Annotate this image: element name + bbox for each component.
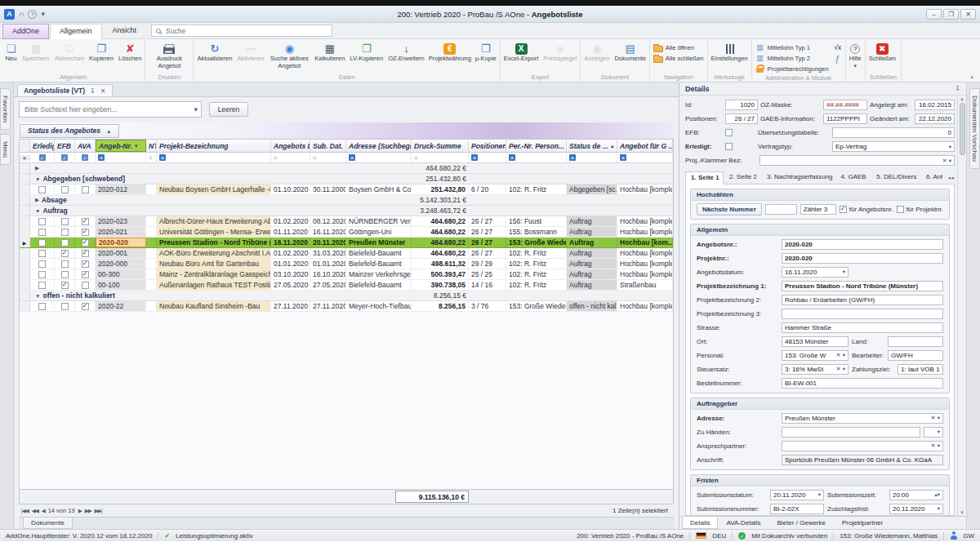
pager-first-icon[interactable]: |◀◀ bbox=[21, 508, 29, 514]
angebotsnr-field[interactable]: 2020-020 bbox=[782, 239, 943, 250]
ribbon-button-kopie[interactable]: ❐µ-Kopie bbox=[473, 40, 499, 73]
minimize-button[interactable]: – bbox=[926, 9, 942, 20]
ribbon-button-suche-aktives-angebot[interactable]: ◉Suche aktives Angebot bbox=[266, 40, 312, 73]
sidebar-tab-dokumenten-vorschau[interactable]: Dokumenten Vorschau bbox=[969, 88, 980, 169]
column-header-adresse[interactable]: Adresse (Suchbegriff) bbox=[346, 140, 412, 152]
checkbox-unchecked[interactable] bbox=[38, 229, 46, 236]
checkbox-unchecked[interactable] bbox=[38, 282, 46, 289]
ribbon-button-alle-öffnen[interactable]: Alle öffnen bbox=[651, 42, 706, 52]
column-header-ava[interactable]: AVA bbox=[75, 140, 96, 152]
zuschlagsfrist-field[interactable]: 20.11.2020▾ bbox=[889, 504, 943, 514]
pager-last-icon[interactable]: ▶▶| bbox=[95, 508, 102, 514]
column-header-person[interactable]: Per.-Nr. Person... bbox=[506, 140, 567, 152]
column-header-gewerk[interactable]: Angebot für G ... bbox=[617, 140, 673, 152]
clear-x-icon[interactable]: ✕ bbox=[931, 415, 936, 421]
spinner-icon[interactable]: ▴▾ bbox=[934, 491, 940, 498]
ort-field[interactable]: 48153 Münster bbox=[782, 336, 849, 347]
ribbon-button-sqrt-icon[interactable]: √x bbox=[833, 43, 843, 52]
tab-dokumente[interactable]: Dokumente bbox=[23, 518, 73, 529]
tab-ansicht[interactable]: Ansicht bbox=[103, 23, 147, 38]
checkbox-checked[interactable]: ✓ bbox=[82, 218, 89, 225]
search-dropdown-icon[interactable]: ▾ bbox=[194, 106, 198, 113]
details-bottom-tab-ava-details[interactable]: AVA-Details bbox=[718, 517, 768, 529]
ribbon-button-löschen[interactable]: ✘Löschen bbox=[116, 40, 144, 73]
column-header-efb[interactable]: EFB bbox=[55, 140, 75, 152]
details-tab-6-anf[interactable]: 6. Anf bbox=[920, 171, 943, 184]
ribbon-button-anzeigen[interactable]: ◉Anzeigen bbox=[581, 40, 612, 73]
ribbon-button-oz-erweitern[interactable]: ↓OZ-Erweitern bbox=[385, 40, 427, 73]
angelegt-field[interactable]: 16.02.2015 bbox=[915, 100, 955, 110]
collapse-ribbon-icon[interactable]: ▴ bbox=[965, 73, 978, 82]
filter-cell-summe[interactable]: = bbox=[412, 153, 469, 162]
pager-next-icon[interactable]: ▶ bbox=[78, 508, 82, 514]
column-header-status[interactable]: Status de ...▲ bbox=[567, 140, 617, 152]
tab-overflow-icons[interactable]: ◂ ▸ bbox=[948, 175, 955, 181]
gaeb-field[interactable]: 1122PPPPI bbox=[823, 113, 867, 124]
geaendert-field[interactable]: 22.12.2020 bbox=[915, 113, 955, 124]
search-input[interactable] bbox=[23, 104, 194, 114]
filter-cell-pos[interactable] bbox=[469, 153, 506, 162]
ribbon-button-formula-icon[interactable]: ƒ bbox=[833, 55, 843, 64]
submissionsnummer-field[interactable]: BI-2-02X bbox=[770, 504, 824, 514]
app-icon[interactable]: A bbox=[4, 9, 15, 20]
group-row-offen-nicht-kalkuliert[interactable]: ▼offen - nicht kalkuliert8.256,15 € bbox=[20, 291, 673, 301]
filter-cell-erledigt[interactable]: ✓ bbox=[30, 153, 55, 162]
tab-allgemein[interactable]: Allgemein bbox=[50, 24, 102, 39]
ribbon-button-kalkulieren[interactable]: ▦Kalkulieren bbox=[312, 40, 347, 73]
ansprechpartner-field[interactable]: ✕▾ bbox=[782, 441, 943, 451]
table-row[interactable]: ✓00-100Außenanlagen Rathaus TEST Positio… bbox=[20, 280, 673, 291]
checkbox-unchecked[interactable] bbox=[61, 239, 69, 247]
table-row[interactable]: ✓2020-021Universität Göttingen - Mensa- … bbox=[20, 227, 673, 238]
sidebar-tab-menue[interactable]: Menü bbox=[0, 134, 11, 165]
adresse-field[interactable]: Preußen Münster✕▾ bbox=[782, 413, 943, 424]
flag-icon[interactable] bbox=[696, 532, 706, 539]
ribbon-button-preisspiegel[interactable]: ◈Preisspiegel bbox=[541, 40, 579, 73]
expand-icon[interactable]: ▶ bbox=[35, 165, 39, 171]
ribbon-button-aktualisieren[interactable]: ↻Aktualisieren bbox=[194, 40, 234, 73]
table-row[interactable]: ✓00-300Mainz - Zentralkläranlage Gasspei… bbox=[20, 269, 673, 280]
checkbox-unchecked[interactable] bbox=[61, 303, 69, 310]
column-header-pos[interactable]: Positionen bbox=[469, 140, 506, 152]
id-field[interactable]: 1020 bbox=[725, 100, 758, 110]
mandant-info[interactable]: 200: Vertrieb 2020 - ProBau /S AOne bbox=[577, 532, 684, 540]
clear-x-icon[interactable]: ✕ bbox=[931, 442, 936, 449]
details-tab-2-seite-2[interactable]: 2. Seite 2 bbox=[724, 171, 761, 184]
column-header-summe[interactable]: Druck-Summe bbox=[412, 140, 469, 152]
uebersetzung-field[interactable]: 0 bbox=[832, 127, 955, 138]
details-tab-3-nachtragserfassung[interactable]: 3. Nachtragserfassung bbox=[761, 171, 835, 184]
collapse-icon[interactable]: ▼ bbox=[35, 208, 40, 214]
erledigt-checkbox[interactable] bbox=[725, 143, 733, 150]
checkbox-unchecked[interactable] bbox=[38, 303, 46, 310]
ribbon-search[interactable] bbox=[151, 24, 332, 37]
current-user[interactable]: 153: Große Wiedemann, Matthias bbox=[840, 532, 938, 540]
qat-dropdown-icon[interactable]: ▾ bbox=[41, 11, 45, 18]
checkbox-unchecked[interactable] bbox=[38, 250, 46, 257]
filter-cell-datum[interactable]: = bbox=[271, 153, 310, 162]
checkbox-unchecked[interactable] bbox=[61, 218, 69, 225]
personal-field[interactable]: 153: Große W✕▾ bbox=[782, 350, 849, 361]
help-circle-icon[interactable]: ? bbox=[28, 10, 37, 19]
group-row-absage[interactable]: ▶Absage5.142.303,21 € bbox=[20, 195, 673, 206]
positionen-field[interactable]: 26 / 27 bbox=[725, 113, 758, 124]
expand-icon[interactable]: ▶ bbox=[35, 197, 39, 203]
scroll-up-icon[interactable]: ▲ bbox=[960, 96, 964, 101]
checkbox-checked[interactable]: ✓ bbox=[82, 229, 89, 236]
checkbox-checked[interactable]: ✓ bbox=[82, 271, 89, 278]
headset-icon[interactable]: ∩ bbox=[19, 11, 24, 18]
filter-cell-adresse[interactable] bbox=[346, 153, 412, 162]
pin-icon[interactable]: ↧ bbox=[955, 85, 960, 92]
zu-haenden-field[interactable] bbox=[782, 427, 920, 438]
filter-cell-status[interactable] bbox=[567, 153, 617, 162]
details-tab-4-gaeb[interactable]: 4. GAEB bbox=[835, 171, 871, 184]
close-tab-icon[interactable]: ✕ bbox=[100, 87, 106, 95]
checkbox-checked[interactable]: ✓ bbox=[61, 250, 69, 257]
clear-x-icon[interactable]: ✕ bbox=[942, 366, 943, 372]
column-header-sub[interactable]: Sub. Dat. bbox=[310, 140, 346, 152]
sidebar-tab-favoriten[interactable]: Favoriten bbox=[0, 88, 11, 130]
checkbox-checked[interactable]: ✓ bbox=[82, 260, 89, 268]
scroll-down-icon[interactable]: ▼ bbox=[960, 510, 964, 515]
checkbox-unchecked[interactable] bbox=[38, 239, 46, 247]
ribbon-button-einstellungen[interactable]: Einstellungen bbox=[709, 40, 751, 73]
filter-cell-gewerk[interactable] bbox=[617, 153, 673, 162]
language-label[interactable]: DEU bbox=[712, 532, 726, 540]
